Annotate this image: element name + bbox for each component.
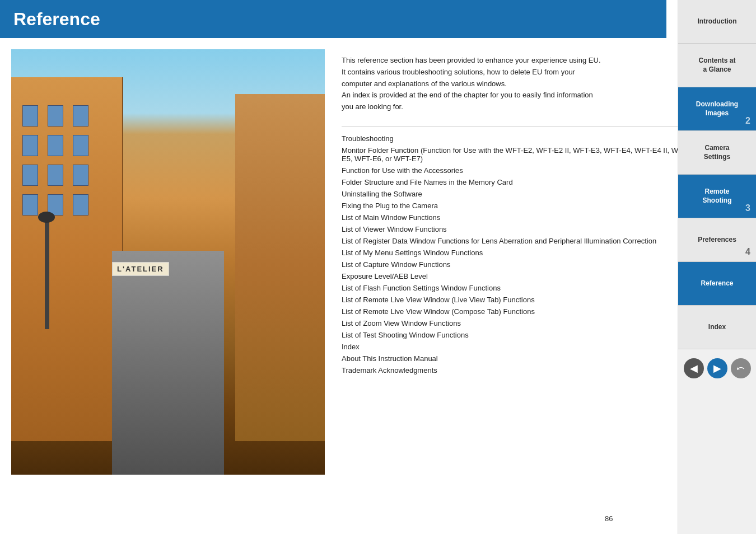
sidebar: IntroductionContents at a GlanceDownload…	[678, 0, 756, 534]
home-button[interactable]: ⤺	[731, 358, 751, 378]
sidebar-item-camera-settings[interactable]: Camera Settings	[678, 131, 756, 175]
sidebar-item-label: Preferences	[698, 236, 736, 245]
toc-entry-label: List of Remote Live View Window (Compose…	[342, 307, 535, 316]
sidebar-item-label: Introduction	[698, 17, 737, 26]
next-button[interactable]: ▶	[707, 358, 727, 378]
sidebar-item-number: 2	[745, 115, 750, 127]
toc-entry-label: About This Instruction Manual	[342, 354, 438, 363]
toc-entry-label: List of Flash Function Settings Window F…	[342, 284, 501, 292]
sidebar-item-downloading-images[interactable]: Downloading Images2	[678, 87, 756, 131]
page-number: 86	[605, 514, 613, 523]
sidebar-item-number: 4	[745, 246, 750, 258]
sidebar-item-contents-at-a-glance[interactable]: Contents at a Glance	[678, 44, 756, 87]
sidebar-item-reference[interactable]: Reference	[678, 262, 756, 306]
page-header: Reference	[0, 0, 666, 38]
sidebar-item-index[interactable]: Index	[678, 306, 756, 349]
toc-entry-label: Function for Use with the Accessories	[342, 166, 463, 175]
sidebar-item-label: Downloading Images	[696, 100, 738, 118]
sidebar-item-label: Remote Shooting	[703, 188, 732, 205]
sidebar-item-number: 3	[745, 203, 750, 214]
toc-entry-label: Folder Structure and File Names in the M…	[342, 178, 513, 186]
page-title: Reference	[13, 9, 100, 30]
toc-entry-label: List of Main Window Functions	[342, 213, 440, 222]
sidebar-nav-items: IntroductionContents at a GlanceDownload…	[678, 0, 756, 349]
toc-entry-label: List of My Menu Settings Window Function…	[342, 249, 483, 257]
sidebar-item-label: Camera Settings	[704, 144, 730, 161]
toc-entry-label: Uninstalling the Software	[342, 190, 422, 198]
toc-entry-label: Monitor Folder Function (Function for Us…	[342, 146, 689, 163]
toc-entry-label: List of Remote Live View Window (Live Vi…	[342, 296, 535, 304]
sidebar-navigation: ◀ ▶ ⤺	[678, 349, 756, 387]
toc-entry-label: List of Test Shooting Window Functions	[342, 331, 469, 339]
sign-board: L'ATELIER	[112, 262, 169, 276]
sidebar-item-remote-shooting[interactable]: Remote Shooting3	[678, 175, 756, 218]
sidebar-item-label: Reference	[701, 279, 733, 288]
toc-entry-label: List of Register Data Window Functions f…	[342, 237, 656, 245]
prev-button[interactable]: ◀	[684, 358, 704, 378]
toc-entry-label: List of Capture Window Functions	[342, 260, 450, 269]
sidebar-item-introduction[interactable]: Introduction	[678, 0, 756, 44]
toc-entry-label: Exposure Level/AEB Level	[342, 272, 428, 280]
sidebar-item-label: Index	[708, 323, 726, 332]
main-content: L'ATELIER This reference section has bee…	[0, 38, 756, 534]
toc-entry-label: Trademark Acknowledgments	[342, 366, 437, 374]
toc-entry-label: Fixing the Plug to the Camera	[342, 202, 438, 210]
toc-entry-label: List of Viewer Window Functions	[342, 225, 447, 233]
toc-entry-label: Index	[342, 343, 360, 351]
intro-paragraph: This reference section has been provided…	[342, 55, 689, 113]
sidebar-item-preferences[interactable]: Preferences4	[678, 218, 756, 262]
toc-entry-label: List of Zoom View Window Functions	[342, 319, 461, 327]
toc-entry-label: Troubleshooting	[342, 134, 394, 143]
sidebar-item-label: Contents at a Glance	[699, 57, 736, 74]
hero-image: L'ATELIER	[11, 49, 325, 475]
